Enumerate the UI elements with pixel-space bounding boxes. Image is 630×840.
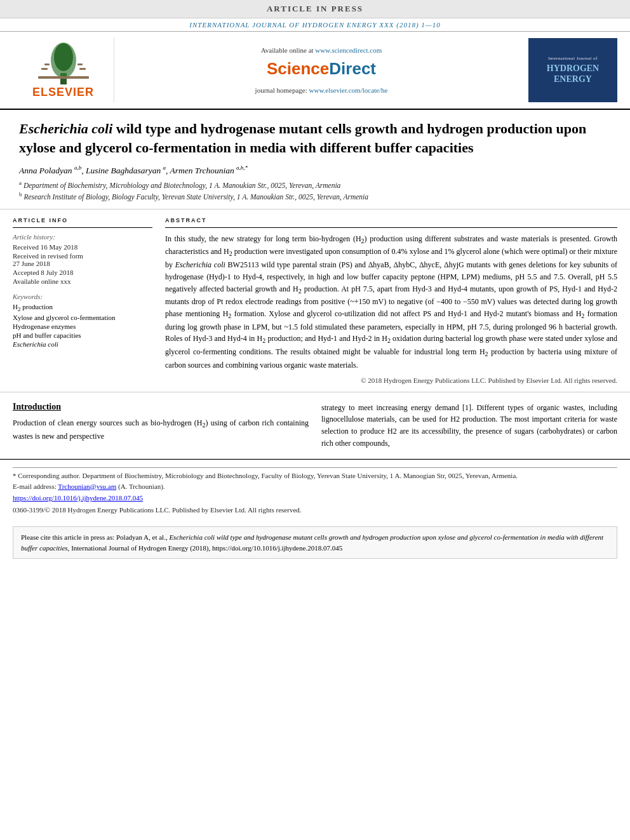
journal-homepage: journal homepage: www.elsevier.com/locat…: [255, 86, 388, 94]
article-in-press-banner: ARTICLE IN PRESS: [0, 0, 630, 18]
journal-header-line: INTERNATIONAL JOURNAL OF HYDROGEN ENERGY…: [0, 18, 630, 32]
article-title: Escherichia coli wild type and hydrogena…: [19, 119, 611, 157]
email-line: E-mail address: Trchounian@ysu.am (A. Tr…: [13, 481, 617, 492]
keyword-2: Xylose and glycerol co-fermentation: [13, 314, 152, 321]
journal-title-label: HYDROGENENERGY: [547, 63, 599, 85]
journal-homepage-url[interactable]: www.elsevier.com/locate/he: [309, 86, 388, 94]
received-revised-date: Received in revised formReceived in revi…: [13, 252, 152, 267]
article-history-label: Article history:: [13, 233, 152, 241]
affiliation-a: a Department of Biochemistry, Microbiolo…: [19, 180, 611, 189]
copyright-line: © 2018 Hydrogen Energy Publications LLC.…: [165, 377, 617, 384]
science-part: Science: [267, 59, 329, 78]
abstract-col: ABSTRACT In this study, the new strategy…: [165, 217, 617, 384]
elsevier-logo-box: ELSEVIER: [13, 38, 114, 102]
keyword-3: Hydrogenase enzymes: [13, 323, 152, 330]
affiliation-b: b Research Institute of Biology, Biology…: [19, 191, 611, 201]
authors-line: Anna Poladyan a,b, Lusine Baghdasaryan a…: [19, 164, 611, 176]
direct-part: Direct: [329, 59, 376, 78]
accepted-date: Accepted 8 July 2018: [13, 269, 152, 276]
introduction-right: strategy to meet increasing energy deman…: [321, 402, 617, 449]
elsevier-tree-logo: [32, 41, 95, 86]
abstract-label: ABSTRACT: [165, 217, 617, 223]
introduction-right-text: strategy to meet increasing energy deman…: [321, 402, 617, 449]
sciencedirect-brand: ScienceDirect: [267, 59, 376, 79]
email-link[interactable]: Trchounian@ysu.am: [58, 483, 116, 490]
article-title-section: Escherichia coli wild type and hydrogena…: [0, 110, 630, 210]
received-date: Received 16 May 2018: [13, 243, 152, 251]
keywords-section: Keywords: H2 production Xylose and glyce…: [13, 293, 152, 348]
svg-point-2: [54, 43, 73, 71]
article-info-col: ARTICLE INFO Article history: Received 1…: [13, 217, 152, 384]
svg-rect-3: [44, 63, 50, 65]
abstract-divider: [165, 227, 617, 228]
citation-suffix: International Journal of Hydrogen Energy…: [71, 544, 342, 552]
citation-prefix: Please cite this article in press as: Po…: [21, 533, 168, 541]
keyword-4: pH and buffer capacities: [13, 331, 152, 339]
footnote-section: * Corresponding author. Department of Bi…: [0, 459, 630, 520]
svg-rect-4: [77, 63, 83, 65]
introduction-section: Introduction Production of clean energy …: [0, 392, 630, 459]
divider-after-label: [13, 227, 152, 228]
introduction-left: Introduction Production of clean energy …: [13, 402, 309, 449]
svg-rect-5: [41, 68, 48, 70]
footnote-divider: [13, 467, 617, 468]
corresponding-author-note: * Corresponding author. Department of Bi…: [13, 470, 617, 481]
introduction-left-text: Production of clean energy sources such …: [13, 417, 309, 442]
citation-box: Please cite this article in press as: Po…: [13, 526, 617, 559]
available-online-text: Available online at www.sciencedirect.co…: [261, 46, 382, 54]
sciencedirect-url[interactable]: www.sciencedirect.com: [315, 46, 382, 54]
available-online: Available online xxx: [13, 277, 152, 285]
keyword-1: H2 production: [13, 303, 152, 312]
top-section: ELSEVIER Available online at www.science…: [0, 32, 630, 110]
keywords-label: Keywords:: [13, 293, 152, 300]
svg-rect-6: [79, 68, 86, 70]
keyword-5: Escherichia coli: [13, 340, 152, 348]
svg-rect-7: [38, 76, 89, 79]
hydrogen-energy-journal-box: International Journal of HYDROGENENERGY: [528, 38, 617, 102]
center-header: Available online at www.sciencedirect.co…: [114, 38, 528, 102]
issn-line: 0360-3199/© 2018 Hydrogen Energy Publica…: [13, 505, 617, 516]
doi-link[interactable]: https://doi.org/10.1016/j.ijhydene.2018.…: [13, 494, 143, 502]
doi-line: https://doi.org/10.1016/j.ijhydene.2018.…: [13, 493, 617, 503]
article-info-abstract-section: ARTICLE INFO Article history: Received 1…: [0, 210, 630, 392]
journal-intl-label: International Journal of: [548, 56, 598, 62]
article-info-label: ARTICLE INFO: [13, 217, 152, 223]
introduction-heading: Introduction: [13, 402, 309, 412]
elsevier-brand-text: ELSEVIER: [32, 86, 94, 99]
abstract-text: In this study, the new strategy for long…: [165, 233, 617, 371]
